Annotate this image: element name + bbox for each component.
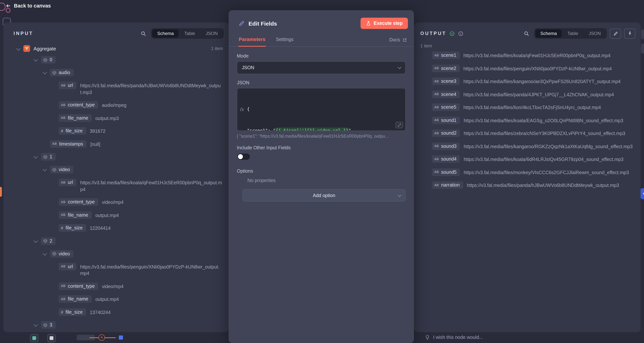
schema-field-row[interactable]: ABscene5https://v3.fal.media/files/lion/…	[414, 101, 640, 114]
json-code-editor[interactable]: fx { "scene1": "{{ $json[''][1].video.ur…	[237, 88, 406, 131]
schema-item-row[interactable]: 2	[4, 234, 229, 247]
edit-fields-node-icon	[238, 20, 245, 27]
input-search-button[interactable]	[138, 29, 148, 38]
chevron-down-icon[interactable]	[16, 47, 21, 51]
canvas-node-circle	[0, 3, 6, 11]
tab-parameters[interactable]: Parameters	[238, 34, 266, 46]
info-icon[interactable]	[458, 31, 464, 36]
chevron-down-icon[interactable]	[34, 238, 38, 243]
execute-step-button[interactable]: Execute step	[360, 18, 408, 29]
schema-field-row[interactable]: ABsound3https://v3.fal.media/files/kanga…	[414, 140, 640, 153]
schema-field-row[interactable]: ABfile_nameoutput.mp4	[4, 293, 229, 305]
schema-field-row[interactable]: ABsound5https://v3.fal.media/files/monke…	[414, 166, 640, 179]
type-string-icon: AB	[434, 106, 439, 109]
input-tab-json[interactable]: JSON	[201, 29, 222, 38]
input-node-name: Aggregate	[34, 46, 56, 51]
field-value: video/mp4	[102, 198, 124, 206]
schema-field-row[interactable]: ABnarrationhttps://v3.fal.media/files/pa…	[414, 179, 640, 192]
schema-item-row[interactable]: video	[4, 247, 229, 260]
output-panel-title: OUTPUT	[420, 31, 446, 36]
type-string-icon: AB	[61, 181, 66, 184]
schema-field-row[interactable]: ABfile_nameoutput.mp3	[4, 112, 229, 125]
input-items-count: 1 item	[211, 46, 223, 51]
output-tab-schema[interactable]: Schema	[536, 29, 562, 38]
input-tab-schema[interactable]: Schema	[152, 29, 179, 38]
node-feedback-label: I wish this node would...	[433, 335, 483, 340]
field-name: sound5	[441, 169, 456, 175]
output-items-count: 1 item	[414, 41, 640, 49]
code-line: {	[247, 106, 402, 113]
input-panel: INPUT Schema Table JSON Aggregate 1 item…	[4, 23, 229, 332]
expression-gutter: fx	[237, 88, 246, 131]
schema-field-row[interactable]: ABsound4https://v3.fal.media/files/koala…	[414, 153, 640, 166]
field-value: video/mp4	[102, 282, 124, 290]
input-schema-tree: 0 audio ABurlhttps://v3.fal.media/files/…	[4, 53, 229, 332]
schema-field-row[interactable]: #file_size13740244	[4, 305, 229, 318]
schema-field-row[interactable]: #file_size391672	[4, 125, 229, 137]
chevron-down-icon[interactable]	[43, 167, 47, 172]
chevron-down-icon[interactable]	[34, 154, 38, 159]
schema-field-row[interactable]: ABscene2https://v3.fal.media/files/pengu…	[414, 62, 640, 75]
field-name: scene2	[441, 66, 456, 71]
field-name: file_name	[68, 212, 88, 218]
schema-field-row[interactable]: ABscene4https://v3.fal.media/files/panda…	[414, 88, 640, 101]
output-schema-list: ABscene1https://v3.fal.media/files/koala…	[414, 49, 640, 192]
schema-field-row[interactable]: ABurlhttps://v3.fal.media/files/penguin/…	[4, 260, 229, 280]
object-icon	[43, 58, 47, 62]
output-tab-json[interactable]: JSON	[584, 29, 606, 38]
field-name: sound2	[441, 131, 456, 136]
object-icon	[52, 71, 56, 75]
expand-editor-button[interactable]: ⤢	[396, 122, 403, 128]
chevron-down-icon[interactable]	[34, 57, 38, 62]
field-name: content_type	[68, 283, 95, 289]
schema-item-row[interactable]: 0	[4, 53, 229, 66]
schema-item-row[interactable]: video	[4, 163, 229, 176]
pencil-icon	[613, 31, 618, 36]
schema-field-row[interactable]: ABfile_nameoutput.mp4	[4, 209, 229, 221]
schema-item-row[interactable]: audio	[4, 66, 229, 79]
schema-field-row[interactable]: ABtimestamps[null]	[4, 137, 229, 150]
field-value: https://v3.fal.media/files/kangaroo/ae3Q…	[463, 78, 620, 85]
schema-item-row[interactable]: 1	[4, 150, 229, 163]
input-tab-table[interactable]: Table	[180, 29, 200, 38]
chevron-down-icon[interactable]	[34, 322, 38, 327]
schema-field-row[interactable]: ABurlhttps://v3.fal.media/files/panda/hJ…	[4, 79, 229, 99]
type-string-icon: AB	[434, 144, 439, 148]
field-value: https://v3.fal.media/files/penguin/XNIi0…	[463, 65, 612, 72]
schema-item-row[interactable]: video	[4, 331, 229, 332]
schema-field-row[interactable]: ABcontent_typevideo/mp4	[4, 196, 229, 209]
mode-select[interactable]: JSON	[237, 61, 406, 74]
search-icon	[140, 31, 146, 36]
add-option-label: Add option	[313, 193, 335, 198]
add-option-select[interactable]: Add option	[242, 189, 406, 202]
field-name: sound4	[441, 156, 456, 162]
output-panel-header: OUTPUT Schema Table JSON	[414, 23, 640, 41]
node-feedback-link[interactable]: I wish this node would...	[425, 335, 483, 340]
chevron-down-icon[interactable]	[43, 251, 47, 255]
output-tab-table[interactable]: Table	[562, 29, 583, 38]
back-to-canvas-button[interactable]: Back to canvas	[5, 3, 51, 9]
field-value: https://v3.fal.media/files/koala/EAGSg_o…	[464, 116, 623, 124]
schema-field-row[interactable]: ABsound2https://v3.fal.media/files/zebra…	[414, 127, 640, 140]
output-search-button[interactable]	[522, 29, 532, 38]
chevron-down-icon[interactable]	[43, 70, 47, 75]
include-other-fields-label: Include Other Input Fields	[237, 145, 406, 150]
docs-link[interactable]: Docs	[389, 37, 407, 43]
schema-field-row[interactable]: ABcontent_typeaudio/mpeg	[4, 99, 229, 112]
input-node-row[interactable]: Aggregate 1 item	[4, 41, 229, 53]
schema-field-row[interactable]: ABsound1https://v3.fal.media/files/koala…	[414, 114, 640, 127]
edit-output-button[interactable]	[610, 28, 621, 39]
right-edge-panel-stub	[641, 29, 644, 39]
field-name: scene5	[441, 105, 456, 110]
type-string-icon: AB	[434, 119, 439, 122]
schema-field-row[interactable]: ABscene3https://v3.fal.media/files/kanga…	[414, 75, 640, 88]
schema-item-row[interactable]: 3	[4, 318, 229, 331]
schema-field-row[interactable]: #file_size12204414	[4, 221, 229, 234]
schema-field-row[interactable]: ABscene1https://v3.fal.media/files/koala…	[414, 49, 640, 62]
tab-settings[interactable]: Settings	[276, 34, 294, 46]
include-other-fields-toggle[interactable]	[237, 153, 250, 160]
pin-data-button[interactable]	[624, 28, 635, 39]
field-value: https://v3.fal.media/files/panda/hJBwUWV…	[467, 181, 619, 189]
schema-field-row[interactable]: ABurlhttps://v3.fal.media/files/koala/qF…	[4, 176, 229, 196]
schema-field-row[interactable]: ABcontent_typevideo/mp4	[4, 280, 229, 293]
